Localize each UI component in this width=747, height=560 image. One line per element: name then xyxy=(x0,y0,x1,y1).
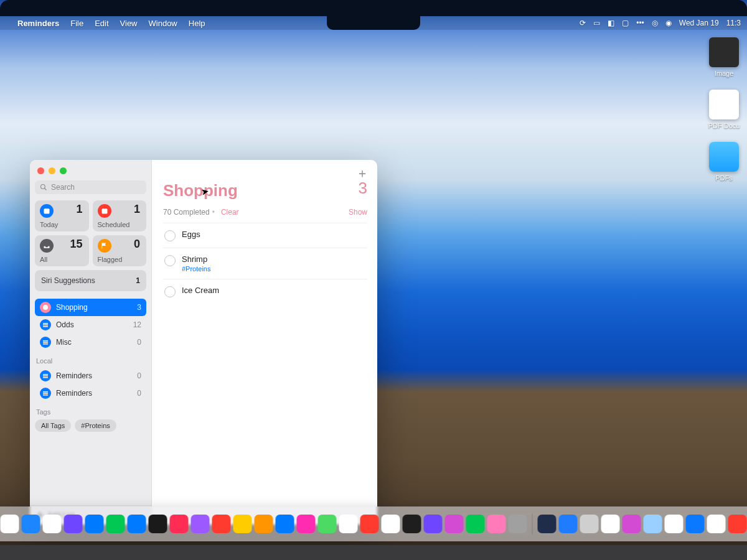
dock-app[interactable] xyxy=(382,515,400,533)
list-misc[interactable]: Misc 0 xyxy=(35,334,146,351)
dock-app[interactable] xyxy=(255,515,273,533)
dock-app[interactable] xyxy=(318,515,337,533)
status-icon[interactable]: ▢ xyxy=(622,19,629,27)
dock-app[interactable] xyxy=(128,515,146,533)
clear-completed-button[interactable]: Clear xyxy=(221,208,239,217)
scheduled-count: 1 xyxy=(134,203,140,216)
complete-checkbox[interactable] xyxy=(164,230,176,241)
complete-checkbox[interactable] xyxy=(164,255,176,266)
document-file-icon xyxy=(709,90,739,119)
tag-proteins[interactable]: #Proteins xyxy=(75,419,116,432)
list-label: Reminders xyxy=(56,389,92,398)
menu-window[interactable]: Window xyxy=(149,19,177,28)
tag-all[interactable]: All Tags xyxy=(35,419,71,432)
siri-suggestions[interactable]: Siri Suggestions 1 xyxy=(35,270,146,291)
list-odds[interactable]: Odds 12 xyxy=(35,316,146,334)
my-lists: Shopping 3 Odds 12 Misc 0 Local Reminder… xyxy=(35,299,146,433)
desktop-icon[interactable]: Image xyxy=(709,37,739,77)
svg-point-4 xyxy=(43,305,48,310)
all-label: All xyxy=(40,256,47,263)
list-pane: ＋ Shopping 3 70 Completed • Clear Show E… xyxy=(152,160,377,525)
dock-app[interactable] xyxy=(665,515,684,533)
dock-app[interactable] xyxy=(339,515,358,533)
dock-app[interactable] xyxy=(233,515,252,533)
siri-icon[interactable]: ◉ xyxy=(665,19,672,27)
dock-app[interactable] xyxy=(106,515,125,533)
desktop-icon[interactable]: PDFs xyxy=(709,142,739,182)
show-completed-button[interactable]: Show xyxy=(349,208,367,217)
zoom-button[interactable] xyxy=(60,167,67,174)
dock-app[interactable] xyxy=(538,515,557,533)
menu-view[interactable]: View xyxy=(120,19,138,28)
complete-checkbox[interactable] xyxy=(164,286,176,297)
list-title: Shopping xyxy=(163,181,367,200)
dock-app[interactable] xyxy=(22,515,40,533)
reminder-item[interactable]: Eggs xyxy=(163,223,367,248)
reminder-item[interactable]: Shrimp #Proteins xyxy=(163,248,367,279)
dock-app[interactable] xyxy=(424,515,443,533)
dock-app[interactable] xyxy=(403,515,421,533)
dock-app[interactable] xyxy=(445,515,464,533)
menubar-date[interactable]: Wed Jan 19 xyxy=(679,19,719,27)
dock-app[interactable] xyxy=(212,515,231,533)
dock-app[interactable] xyxy=(43,515,62,533)
calendar-icon xyxy=(40,204,54,218)
list-bullet-icon xyxy=(40,388,51,399)
dock-app[interactable] xyxy=(466,515,485,533)
dock-app[interactable] xyxy=(728,515,747,533)
dock-app[interactable] xyxy=(1,515,19,533)
today-label: Today xyxy=(40,221,58,228)
desktop-icon[interactable]: PDF Docu xyxy=(708,90,740,129)
menu-help[interactable]: Help xyxy=(189,19,205,28)
image-file-icon xyxy=(709,37,739,67)
dock-app[interactable] xyxy=(191,515,210,533)
dock-app[interactable] xyxy=(276,515,294,533)
reminder-item[interactable]: Ice Cream xyxy=(163,279,367,304)
dock-app[interactable] xyxy=(686,515,705,533)
dock-app[interactable] xyxy=(601,515,620,533)
reminder-tag[interactable]: #Proteins xyxy=(182,265,210,273)
dock-app[interactable] xyxy=(580,515,599,533)
svg-rect-10 xyxy=(43,343,48,345)
local-list[interactable]: Reminders 0 xyxy=(35,367,146,385)
search-input[interactable]: Search xyxy=(35,180,146,194)
status-icon[interactable]: ⟳ xyxy=(580,19,586,27)
reminder-text: Shrimp xyxy=(182,254,210,264)
minimize-button[interactable] xyxy=(49,167,55,174)
smart-list-all[interactable]: 15 All xyxy=(35,235,89,266)
dock-app[interactable] xyxy=(559,515,578,533)
reminder-items: Eggs Shrimp #Proteins Ice Cream xyxy=(163,223,367,304)
smart-list-scheduled[interactable]: 1 Scheduled xyxy=(93,200,147,231)
dock-app[interactable] xyxy=(487,515,506,533)
dock-app[interactable] xyxy=(509,515,527,533)
dock-app[interactable] xyxy=(170,515,189,533)
scheduled-label: Scheduled xyxy=(98,221,130,228)
dock-app[interactable] xyxy=(297,515,316,533)
smart-list-flagged[interactable]: 0 Flagged xyxy=(93,235,147,266)
status-icon[interactable]: ▭ xyxy=(593,19,600,27)
menubar-time[interactable]: 11:3 xyxy=(726,19,741,27)
dock-app[interactable] xyxy=(644,515,662,533)
dock-app[interactable] xyxy=(85,515,104,533)
dock-app[interactable] xyxy=(64,515,83,533)
status-icon[interactable]: ••• xyxy=(636,19,644,27)
dock-app[interactable] xyxy=(149,515,167,533)
smart-list-today[interactable]: 1 Today xyxy=(35,200,89,231)
list-shopping[interactable]: Shopping 3 xyxy=(35,299,146,316)
menu-edit[interactable]: Edit xyxy=(95,19,108,28)
siri-count: 1 xyxy=(136,276,140,285)
dock-app[interactable] xyxy=(622,515,641,533)
close-button[interactable] xyxy=(37,167,44,174)
dock-app[interactable] xyxy=(360,515,379,533)
menu-file[interactable]: File xyxy=(70,19,83,28)
desktop-icons: Image PDF Docu PDFs xyxy=(702,37,746,182)
dock-app[interactable] xyxy=(707,515,726,533)
list-bullet-icon xyxy=(40,319,51,330)
control-center-icon[interactable]: ◎ xyxy=(652,19,658,27)
app-name[interactable]: Reminders xyxy=(17,19,59,28)
list-count: 3 xyxy=(137,303,141,312)
svg-point-0 xyxy=(41,185,45,189)
search-icon xyxy=(40,184,47,191)
status-icon[interactable]: ◧ xyxy=(608,19,614,27)
local-list[interactable]: Reminders 0 xyxy=(35,385,146,402)
